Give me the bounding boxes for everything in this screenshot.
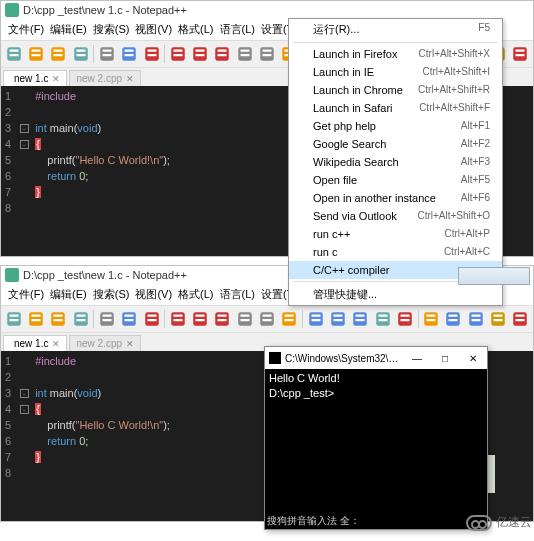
dropdown-item[interactable]: run cCtrl+Alt+C <box>289 243 502 261</box>
toolbar-button-0[interactable] <box>3 43 24 65</box>
toolbar-button-22[interactable] <box>510 43 531 65</box>
tab-new1c[interactable]: new 1.c✕ <box>3 335 67 351</box>
toolbar-button-5[interactable] <box>119 43 140 65</box>
svg-rect-35 <box>263 54 272 56</box>
toolbar-button-5[interactable] <box>119 308 140 330</box>
svg-rect-16 <box>125 50 134 52</box>
menu-format[interactable]: 格式(L) <box>175 20 216 39</box>
menu-search[interactable]: 搜索(S) <box>90 285 133 304</box>
toolbar-button-0[interactable] <box>3 308 24 330</box>
dropdown-item[interactable]: Open fileAlt+F5 <box>289 171 502 189</box>
svg-rect-26 <box>196 54 205 56</box>
toolbar-button-1[interactable] <box>25 43 46 65</box>
menu-file[interactable]: 文件(F) <box>5 285 47 304</box>
toolbar-button-3[interactable] <box>70 43 91 65</box>
toolbar-button-6[interactable] <box>141 43 162 65</box>
dropdown-item[interactable]: Launch in ChromeCtrl+Alt+Shift+R <box>289 81 502 99</box>
dropdown-item[interactable]: Get php helpAlt+F1 <box>289 117 502 135</box>
menu-edit[interactable]: 编辑(E) <box>47 285 90 304</box>
toolbar-button-7[interactable] <box>167 43 188 65</box>
dropdown-item[interactable]: Launch in IECtrl+Alt+Shift+I <box>289 63 502 81</box>
tab-close-icon[interactable]: ✕ <box>52 74 60 84</box>
toolbar-button-18[interactable] <box>421 308 442 330</box>
svg-rect-103 <box>263 315 272 317</box>
toolbar-button-7[interactable] <box>167 308 188 330</box>
dropdown-decoration <box>458 267 530 285</box>
console-body[interactable]: Hello C World! D:\cpp _test> 搜狗拼音输入法 全： <box>265 369 487 529</box>
toolbar-button-2[interactable] <box>48 308 69 330</box>
dropdown-item[interactable]: Launch in SafariCtrl+Alt+Shift+F <box>289 99 502 117</box>
toolbar-button-4[interactable] <box>96 43 117 65</box>
toolbar-button-19[interactable] <box>443 308 464 330</box>
dropdown-item[interactable]: Wikipedia SearchAlt+F3 <box>289 153 502 171</box>
toolbar-button-2[interactable] <box>48 43 69 65</box>
toolbar-button-15[interactable] <box>350 308 371 330</box>
ime-status: 搜狗拼音输入法 全： <box>267 514 360 528</box>
close-button[interactable]: ✕ <box>459 349 487 367</box>
menu-file[interactable]: 文件(F) <box>5 20 47 39</box>
svg-rect-112 <box>333 315 342 317</box>
svg-rect-107 <box>285 319 294 321</box>
menu-view[interactable]: 视图(V) <box>132 20 175 39</box>
tab-new1c[interactable]: new 1.c✕ <box>3 70 67 86</box>
svg-rect-125 <box>427 319 436 321</box>
tab-close-icon[interactable]: ✕ <box>126 74 134 84</box>
console-line: D:\cpp _test> <box>269 386 483 401</box>
toolbar <box>1 305 533 333</box>
svg-rect-4 <box>31 50 40 52</box>
toolbar-button-13[interactable] <box>305 308 326 330</box>
toolbar-button-10[interactable] <box>234 308 255 330</box>
menu-view[interactable]: 视图(V) <box>132 285 175 304</box>
tab-close-icon[interactable]: ✕ <box>52 339 60 349</box>
toolbar-button-10[interactable] <box>234 43 255 65</box>
minimize-button[interactable]: — <box>403 349 431 367</box>
toolbar-button-9[interactable] <box>212 308 233 330</box>
dropdown-item[interactable]: Google SearchAlt+F2 <box>289 135 502 153</box>
console-titlebar[interactable]: C:\Windows\System32\cm... — □ ✕ <box>265 347 487 369</box>
menu-language[interactable]: 语言(L) <box>217 285 258 304</box>
dropdown-item[interactable]: 运行(R)...F5 <box>289 19 502 40</box>
menu-search[interactable]: 搜索(S) <box>90 20 133 39</box>
toolbar-button-14[interactable] <box>327 308 348 330</box>
svg-rect-136 <box>516 315 525 317</box>
toolbar-button-21[interactable] <box>487 308 508 330</box>
maximize-button[interactable]: □ <box>431 349 459 367</box>
window-title: D:\cpp _test\new 1.c - Notepad++ <box>23 4 187 16</box>
tab-close-icon[interactable]: ✕ <box>126 339 134 349</box>
dropdown-item[interactable]: Send via OutlookCtrl+Alt+Shift+O <box>289 207 502 225</box>
toolbar-button-22[interactable] <box>510 308 531 330</box>
toolbar-button-3[interactable] <box>70 308 91 330</box>
toolbar-button-1[interactable] <box>25 308 46 330</box>
toolbar-button-4[interactable] <box>96 308 117 330</box>
dropdown-item[interactable]: run c++Ctrl+Alt+P <box>289 225 502 243</box>
toolbar-button-12[interactable] <box>279 308 300 330</box>
toolbar-button-11[interactable] <box>256 43 277 65</box>
dropdown-item[interactable]: Launch in FirefoxCtrl+Alt+Shift+X <box>289 45 502 63</box>
tab-new2cpp[interactable]: new 2.cpp✕ <box>69 70 141 86</box>
svg-rect-119 <box>378 319 387 321</box>
tab-new2cpp[interactable]: new 2.cpp✕ <box>69 335 141 351</box>
menu-format[interactable]: 格式(L) <box>175 285 216 304</box>
dropdown-item[interactable]: 管理快捷键... <box>289 284 502 305</box>
menu-language[interactable]: 语言(L) <box>217 20 258 39</box>
toolbar-button-9[interactable] <box>212 43 233 65</box>
cmd-icon <box>269 352 281 364</box>
svg-rect-130 <box>471 315 480 317</box>
dropdown-item[interactable]: Open in another instanceAlt+F6 <box>289 189 502 207</box>
svg-rect-113 <box>333 319 342 321</box>
svg-rect-82 <box>102 315 111 317</box>
toolbar-button-11[interactable] <box>256 308 277 330</box>
app-icon <box>5 268 19 282</box>
toolbar-button-20[interactable] <box>465 308 486 330</box>
toolbar-button-6[interactable] <box>141 308 162 330</box>
svg-rect-22 <box>173 50 182 52</box>
svg-rect-110 <box>311 319 320 321</box>
toolbar-button-17[interactable] <box>394 308 415 330</box>
toolbar-button-8[interactable] <box>189 308 210 330</box>
toolbar-button-16[interactable] <box>372 308 393 330</box>
toolbar-button-8[interactable] <box>189 43 210 65</box>
notepadpp-window-1: D:\cpp _test\new 1.c - Notepad++ 文件(F) 编… <box>0 0 534 257</box>
svg-rect-71 <box>9 319 18 321</box>
svg-rect-19 <box>147 50 156 52</box>
menu-edit[interactable]: 编辑(E) <box>47 20 90 39</box>
